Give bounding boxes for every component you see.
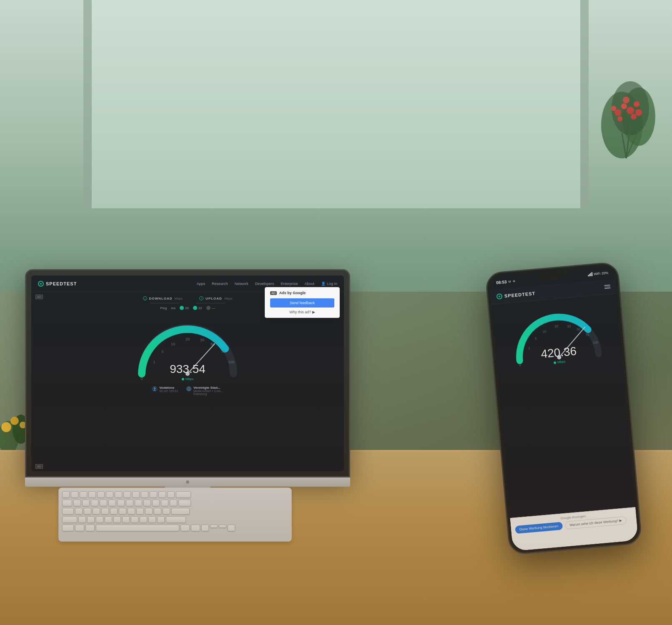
metric-dividers xyxy=(150,303,225,303)
imac-screen-outer: SPEEDTEST Apps Research Network Develope… xyxy=(25,269,350,478)
location-name: Vereinigte Stad... xyxy=(193,386,223,390)
key xyxy=(101,508,109,515)
key xyxy=(161,500,168,506)
key-right xyxy=(228,525,235,531)
user-icon: 👤 xyxy=(321,282,326,286)
svg-text:75: 75 xyxy=(221,350,225,354)
speed-unit-label: Mbps xyxy=(182,377,194,381)
svg-point-18 xyxy=(635,109,642,116)
speedtest-logo-icon xyxy=(38,281,44,287)
server-info: 👤 Vodafone 90.187.155.61 🌐 Vereinigte St… xyxy=(152,386,223,395)
download-unit: Mbps xyxy=(175,297,183,300)
location-city: Ratzeburg xyxy=(193,392,223,395)
speed-metrics: ↓ DOWNLOAD Mbps ↑ UPLOAD Mbps xyxy=(143,296,233,300)
upload-label: UPLOAD xyxy=(206,297,222,300)
upload-divider xyxy=(196,303,225,303)
svg-point-16 xyxy=(631,114,637,120)
key xyxy=(91,500,98,506)
key xyxy=(82,500,90,506)
key xyxy=(93,508,100,515)
key xyxy=(80,491,87,498)
isp-details: Vodafone 90.187.155.61 xyxy=(159,386,178,392)
key xyxy=(170,500,177,506)
ping-value1: 20 xyxy=(185,306,189,310)
upload-unit: Mbps xyxy=(224,297,233,300)
key xyxy=(105,516,112,523)
phone-speedtest-logo: SPEEDTEST xyxy=(496,290,535,299)
keyboard-keys xyxy=(59,488,291,535)
key-down xyxy=(219,525,226,528)
key xyxy=(158,491,166,498)
key-row-2 xyxy=(62,500,288,506)
nav-login[interactable]: 👤 Log In xyxy=(321,282,337,286)
location-details: Vereinigte Stad... Media GmbH + 3 mo... … xyxy=(193,386,223,395)
download-icon: ↓ xyxy=(143,296,147,300)
nav-research[interactable]: Research xyxy=(212,282,228,286)
key-cmd-right xyxy=(181,525,190,531)
key xyxy=(62,491,70,498)
isp-info: 👤 Vodafone 90.187.155.61 xyxy=(152,386,178,395)
nav-links: Apps Research Network Developers Enterpr… xyxy=(197,282,337,286)
phone-logo-icon xyxy=(496,293,502,299)
key-shift-right xyxy=(166,516,186,523)
svg-text:5: 5 xyxy=(535,337,537,340)
imac-chin xyxy=(25,478,350,487)
ads-popup-title: Ads by Google xyxy=(279,291,306,295)
svg-text:30: 30 xyxy=(567,325,571,329)
battery-level: 20% xyxy=(602,271,609,275)
key-alt-right xyxy=(191,525,200,531)
ping-value3-container: — xyxy=(206,306,215,310)
speed-unit-dot xyxy=(182,378,184,380)
phone-speedtest-content: 0 1 5 10 20 30 50 75 100 420.36 xyxy=(491,294,636,518)
nav-enterprise[interactable]: Enterprise xyxy=(281,282,298,286)
wifi-icon: WiFi xyxy=(594,272,601,276)
svg-text:0: 0 xyxy=(140,377,143,381)
ping-row: Ping ms 20 22 — xyxy=(160,306,215,310)
why-this-ad[interactable]: Why this ad? ▶ xyxy=(270,310,334,314)
svg-point-11 xyxy=(621,103,627,109)
svg-point-14 xyxy=(623,97,629,103)
key xyxy=(157,516,165,523)
key xyxy=(106,491,113,498)
svg-text:100: 100 xyxy=(592,340,599,345)
nav-network[interactable]: Network xyxy=(235,282,248,286)
key-row-3 xyxy=(62,508,288,515)
phone-logo-text: SPEEDTEST xyxy=(504,290,535,298)
key xyxy=(132,491,140,498)
ads-popup: AD Ads by Google Send feedback Why this … xyxy=(265,287,340,318)
globe-server-icon: 🌐 xyxy=(186,386,191,391)
key xyxy=(113,516,121,523)
key-row-1 xyxy=(62,491,288,498)
keyboard xyxy=(58,488,292,542)
send-feedback-button[interactable]: Send feedback xyxy=(270,298,334,308)
ping-dot1 xyxy=(180,306,184,310)
key xyxy=(150,491,157,498)
key-left xyxy=(201,525,209,531)
nav-about[interactable]: About xyxy=(304,282,314,286)
key xyxy=(96,516,103,523)
key xyxy=(178,500,191,506)
key-alt xyxy=(75,525,84,531)
svg-point-12 xyxy=(627,107,634,114)
key xyxy=(167,491,175,498)
svg-point-2 xyxy=(1,422,11,432)
key xyxy=(141,491,148,498)
isp-ip: 90.187.155.61 xyxy=(159,390,178,392)
key xyxy=(87,516,95,523)
key-up xyxy=(210,525,218,528)
download-label: DOWNLOAD xyxy=(149,297,173,300)
nav-developers[interactable]: Developers xyxy=(255,282,274,286)
speedtest-content: AD ↓ DOWNLOAD Mbps ↑ UPLOAD Mbps xyxy=(31,292,344,471)
hamburger-menu[interactable] xyxy=(604,285,611,289)
key xyxy=(140,516,147,523)
key xyxy=(108,500,116,506)
menu-line-1 xyxy=(604,285,610,286)
speed-value: 933.54 xyxy=(170,362,206,376)
key-enter xyxy=(171,508,190,515)
key xyxy=(115,491,122,498)
nav-apps[interactable]: Apps xyxy=(197,282,206,286)
svg-text:100: 100 xyxy=(228,360,234,364)
key xyxy=(97,491,105,498)
isp-name: Vodafone xyxy=(159,386,178,390)
phone-speed-unit-text: Mbps xyxy=(557,360,566,364)
